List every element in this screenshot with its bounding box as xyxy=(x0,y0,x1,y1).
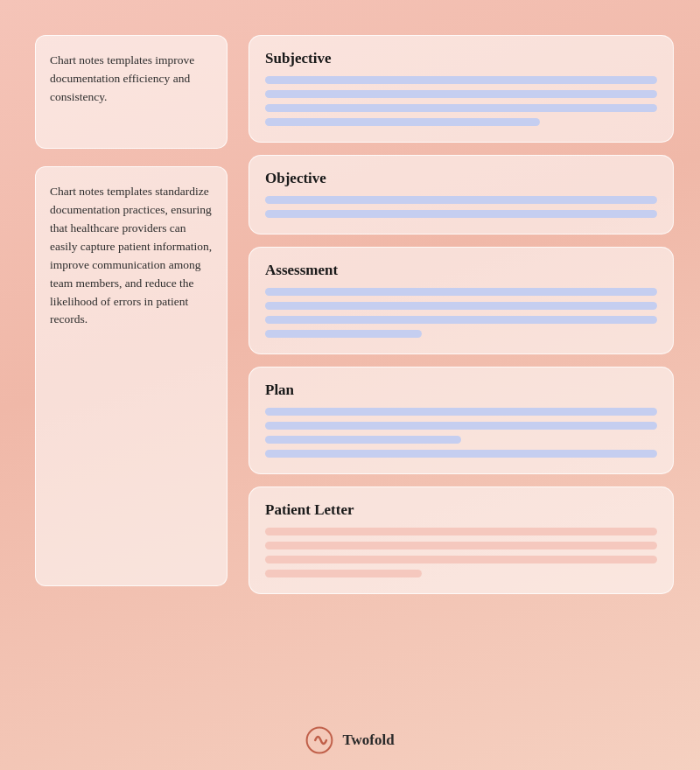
line-objective-1 xyxy=(265,210,657,218)
lines-group-plan xyxy=(265,408,657,458)
line-subjective-0 xyxy=(265,76,657,84)
line-assessment-1 xyxy=(265,302,657,310)
brand-name: Twofold xyxy=(342,732,394,749)
section-title-objective: Objective xyxy=(265,170,657,187)
section-title-plan: Plan xyxy=(265,382,657,399)
line-subjective-2 xyxy=(265,104,657,112)
main-layout: Chart notes templates improve documentat… xyxy=(0,0,700,714)
line-plan-2 xyxy=(265,436,461,444)
footer: Twofold xyxy=(0,714,700,770)
info-card-tall-text: Chart notes templates standardize docume… xyxy=(50,183,213,329)
line-plan-3 xyxy=(265,450,657,458)
section-subjective: Subjective xyxy=(248,35,674,143)
section-title-patient-letter: Patient Letter xyxy=(265,501,657,519)
svg-point-0 xyxy=(307,728,332,753)
section-assessment: Assessment xyxy=(248,247,674,354)
left-column: Chart notes templates improve documentat… xyxy=(35,35,228,696)
section-patient-letter: Patient Letter xyxy=(248,486,674,594)
right-column: SubjectiveObjectiveAssessmentPlanPatient… xyxy=(248,35,674,696)
line-plan-0 xyxy=(265,408,657,416)
line-assessment-3 xyxy=(265,330,422,338)
line-assessment-2 xyxy=(265,316,657,324)
line-subjective-1 xyxy=(265,90,657,98)
line-assessment-0 xyxy=(265,288,657,296)
lines-group-objective xyxy=(265,196,657,218)
line-subjective-3 xyxy=(265,118,540,126)
section-title-assessment: Assessment xyxy=(265,262,657,279)
info-card-short-text: Chart notes templates improve documentat… xyxy=(50,52,213,107)
lines-group-subjective xyxy=(265,76,657,126)
line-patient-letter-2 xyxy=(265,556,657,564)
section-objective: Objective xyxy=(248,155,674,234)
line-patient-letter-0 xyxy=(265,528,657,536)
section-plan: Plan xyxy=(248,367,674,474)
info-card-tall: Chart notes templates standardize docume… xyxy=(35,166,228,586)
line-plan-1 xyxy=(265,422,657,430)
line-patient-letter-3 xyxy=(265,570,422,578)
twofold-logo-icon xyxy=(305,726,333,754)
info-card-short: Chart notes templates improve documentat… xyxy=(35,35,228,149)
line-patient-letter-1 xyxy=(265,542,657,550)
lines-group-patient-letter xyxy=(265,528,657,578)
lines-group-assessment xyxy=(265,288,657,338)
line-objective-0 xyxy=(265,196,657,204)
section-title-subjective: Subjective xyxy=(265,50,657,67)
